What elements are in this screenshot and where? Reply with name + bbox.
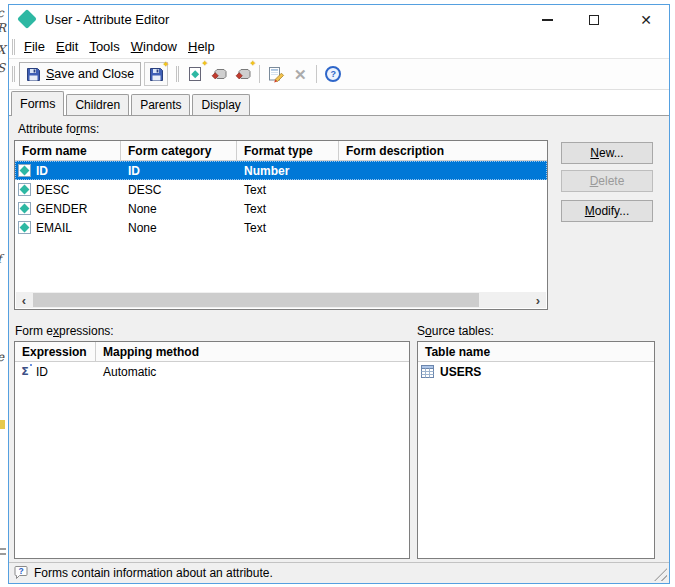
background-artifact	[0, 420, 5, 429]
delete-x-icon: ✕	[294, 67, 307, 82]
attribute-forms-header: Form name Form category Format type Form…	[15, 141, 547, 161]
form-expressions-label: Form expressions:	[15, 324, 114, 338]
source-tables-label: Source tables:	[417, 324, 494, 338]
attribute-forms-list: Form name Form category Format type Form…	[14, 140, 548, 310]
menu-tools[interactable]: Tools	[84, 39, 124, 54]
toolbar-separator	[259, 65, 260, 83]
attribute-editor-window: User - Attribute Editor ✕ File Edit Tool…	[8, 4, 670, 584]
column-header-table-name[interactable]: Table name	[418, 342, 654, 361]
attribute-form-icon	[18, 164, 31, 177]
window-title: User - Attribute Editor	[45, 5, 169, 35]
minimize-icon	[542, 19, 553, 21]
menu-bar: File Edit Tools Window Help	[9, 35, 669, 59]
toolbar-separator	[316, 65, 317, 83]
form-row-gender[interactable]: GENDER None Text	[15, 199, 547, 218]
column-header-expression[interactable]: Expression	[15, 342, 96, 361]
toolbar-grip-handle[interactable]	[176, 66, 179, 82]
menu-help[interactable]: Help	[183, 39, 220, 54]
new-sparkle-icon: ✦	[202, 60, 209, 68]
form-row-id[interactable]: ID ID Number	[15, 161, 547, 180]
tab-parents[interactable]: Parents	[131, 94, 190, 115]
scrollbar-thumb[interactable]	[33, 293, 479, 307]
new-form-button[interactable]	[208, 62, 230, 86]
tab-forms[interactable]: Forms	[11, 91, 64, 116]
save-and-close-button[interactable]: Save and Close	[19, 62, 141, 86]
save-as-button[interactable]: ✦	[144, 62, 168, 86]
new-form-expression-icon	[235, 66, 252, 82]
help-button[interactable]: ?	[322, 62, 344, 86]
save-icon	[26, 67, 41, 82]
delete-button[interactable]: Delete	[561, 170, 653, 192]
svg-text:?: ?	[18, 566, 23, 576]
attribute-properties-button[interactable]: ✦	[184, 62, 206, 86]
tab-children[interactable]: Children	[66, 94, 129, 115]
source-table-row-users[interactable]: USERS	[418, 362, 654, 381]
background-artifact: e	[0, 350, 4, 364]
menu-file[interactable]: File	[19, 39, 50, 54]
attribute-forms-label: Attribute forms:	[18, 122, 99, 136]
background-artifact: X	[0, 43, 6, 57]
save-and-close-label: Save and Close	[46, 67, 134, 81]
menu-grip-handle[interactable]	[12, 39, 15, 55]
new-form-expression-button[interactable]: ✦	[232, 62, 254, 86]
background-artifact: f	[0, 252, 1, 266]
modify-button[interactable]: Modify...	[561, 200, 653, 222]
new-attribute-icon	[187, 66, 203, 82]
background-artifact: S	[0, 61, 5, 75]
forms-tab-page: Attribute forms: Form name Form category…	[9, 115, 669, 562]
form-row-email[interactable]: EMAIL None Text	[15, 218, 547, 237]
toolbar-grip-handle[interactable]	[12, 66, 15, 82]
maximize-button[interactable]	[573, 5, 615, 35]
attribute-form-icon	[18, 221, 31, 234]
scroll-left-arrow-icon[interactable]: ‹	[16, 292, 32, 308]
menu-edit[interactable]: Edit	[51, 39, 83, 54]
expression-row-id[interactable]: ΣID Automatic	[15, 362, 409, 381]
app-attribute-icon	[17, 9, 37, 29]
source-tables-list: Table name USERS	[417, 341, 655, 559]
column-header-mapping-method[interactable]: Mapping method	[96, 342, 409, 361]
delete-form-button[interactable]: ✕	[289, 62, 311, 86]
form-row-desc[interactable]: DESC DESC Text	[15, 180, 547, 199]
scroll-right-arrow-icon[interactable]: ›	[530, 292, 546, 308]
horizontal-scrollbar[interactable]: ‹ ›	[16, 292, 546, 308]
close-button[interactable]: ✕	[625, 5, 667, 35]
resize-grip[interactable]	[654, 568, 667, 581]
background-artifact	[0, 553, 6, 555]
new-sparkle-icon: ✦	[250, 60, 257, 68]
save-as-icon	[149, 67, 164, 82]
close-icon: ✕	[640, 13, 652, 27]
background-artifact: R	[0, 21, 6, 35]
title-bar[interactable]: User - Attribute Editor ✕	[9, 5, 669, 35]
modify-form-button[interactable]	[265, 62, 287, 86]
form-expressions-header: Expression Mapping method	[15, 342, 409, 362]
background-artifact: c	[0, 6, 4, 20]
source-tables-header: Table name	[418, 342, 654, 362]
menu-window[interactable]: Window	[126, 39, 182, 54]
help-question-icon: ?	[325, 66, 341, 82]
expression-icon: Σ	[18, 365, 32, 378]
form-expressions-list: Expression Mapping method ΣID Automatic	[14, 341, 410, 559]
tab-display[interactable]: Display	[192, 94, 249, 115]
toolbar: Save and Close ✦ ✦	[9, 59, 669, 90]
new-button[interactable]: New...	[561, 142, 653, 164]
edit-pencil-icon	[268, 66, 285, 83]
status-text: Forms contain information about an attri…	[34, 566, 273, 580]
table-icon	[421, 365, 434, 378]
status-bar: ? Forms contain information about an att…	[9, 562, 669, 583]
help-bubble-icon: ?	[14, 565, 28, 581]
background-artifact	[0, 548, 6, 550]
column-header-form-description[interactable]: Form description	[339, 141, 547, 160]
column-header-form-category[interactable]: Form category	[121, 141, 237, 160]
column-header-form-name[interactable]: Form name	[15, 141, 121, 160]
screen: c R X S f e User - Attribute Editor ✕ Fi…	[0, 0, 675, 587]
attribute-form-icon	[18, 183, 31, 196]
new-form-icon	[211, 66, 228, 82]
column-header-format-type[interactable]: Format type	[237, 141, 339, 160]
attribute-form-icon	[18, 202, 31, 215]
minimize-button[interactable]	[526, 5, 568, 35]
tab-strip: Forms Children Parents Display	[9, 90, 669, 115]
maximize-icon	[589, 15, 599, 25]
new-sparkle-icon: ✦	[163, 61, 170, 69]
